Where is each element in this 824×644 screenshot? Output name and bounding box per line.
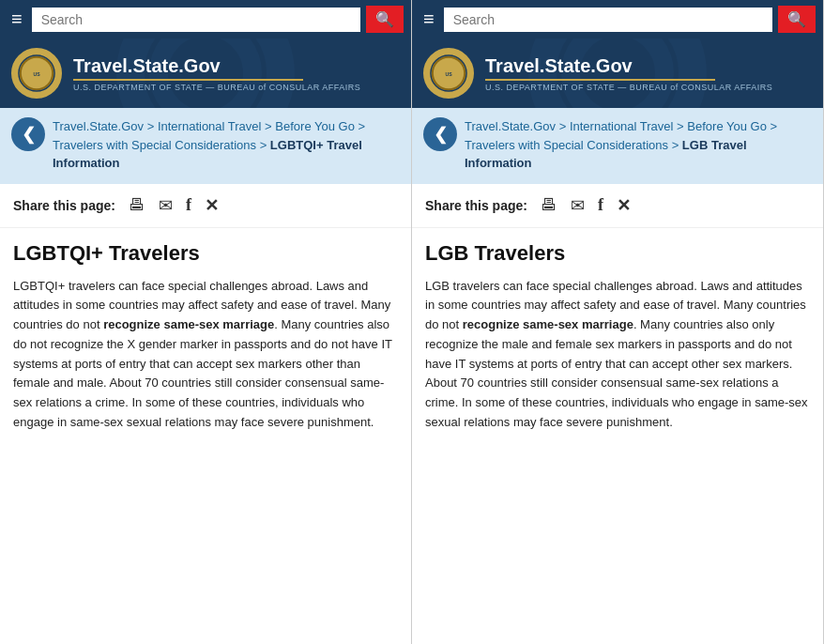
seal-right: US bbox=[423, 48, 474, 99]
search-icon-left: 🔍 bbox=[375, 11, 394, 27]
main-content-right: LGB Travelers LGB travelers can face spe… bbox=[412, 228, 823, 645]
seal-left: US bbox=[11, 48, 62, 99]
panel-left: ≡ 🔍 US Travel.State.Gov U.S. DEPARTMENT … bbox=[0, 0, 412, 644]
share-bar-left: Share this page: 🖶 ✉ f ✕ bbox=[0, 184, 411, 228]
share-label-right: Share this page: bbox=[425, 198, 527, 213]
breadcrumb-link-before-left[interactable]: Before You Go bbox=[275, 119, 355, 133]
body-text-left: LGBTQI+ travelers can face special chall… bbox=[13, 277, 398, 433]
site-subtitle-right: U.S. DEPARTMENT OF STATE — BUREAU of CON… bbox=[485, 83, 772, 92]
breadcrumb-sep-2-right: > bbox=[677, 119, 687, 133]
breadcrumb-link-special-left[interactable]: Travelers with Special Considerations bbox=[53, 138, 256, 152]
site-header-left: US Travel.State.Gov U.S. DEPARTMENT OF S… bbox=[0, 38, 411, 108]
search-bar-right: ≡ 🔍 bbox=[412, 0, 823, 38]
search-input-right[interactable] bbox=[444, 8, 772, 32]
back-button-left[interactable]: ❮ bbox=[11, 117, 45, 151]
page-title-left: LGBTQI+ Travelers bbox=[13, 241, 398, 266]
breadcrumb-section-right: ❮ Travel.State.Gov > International Trave… bbox=[412, 108, 823, 184]
svg-text:US: US bbox=[445, 71, 452, 77]
x-twitter-icon-right[interactable]: ✕ bbox=[617, 195, 631, 216]
breadcrumb-sep-1-left: > bbox=[147, 119, 158, 133]
search-input-left[interactable] bbox=[32, 8, 360, 32]
email-icon-left[interactable]: ✉ bbox=[159, 195, 173, 216]
breadcrumb-link-special-right[interactable]: Travelers with Special Considerations bbox=[465, 138, 668, 152]
hamburger-icon-left[interactable]: ≡ bbox=[8, 7, 26, 32]
back-button-right[interactable]: ❮ bbox=[423, 117, 457, 151]
breadcrumb-sep-4-left: > bbox=[260, 138, 270, 152]
header-text-left: Travel.State.Gov U.S. DEPARTMENT OF STAT… bbox=[73, 55, 360, 92]
svg-text:US: US bbox=[33, 71, 40, 77]
site-name-left: Travel.State.Gov bbox=[73, 55, 360, 77]
header-divider-right bbox=[485, 79, 715, 81]
breadcrumb-sep-1-right: > bbox=[559, 119, 570, 133]
site-name-right: Travel.State.Gov bbox=[485, 55, 772, 77]
body-text-right: LGB travelers can face special challenge… bbox=[425, 277, 810, 433]
breadcrumb-section-left: ❮ Travel.State.Gov > International Trave… bbox=[0, 108, 411, 184]
share-label-left: Share this page: bbox=[13, 198, 115, 213]
breadcrumb-link-before-right[interactable]: Before You Go bbox=[687, 119, 767, 133]
breadcrumb-text-left: Travel.State.Gov > International Travel … bbox=[53, 117, 400, 173]
facebook-icon-right[interactable]: f bbox=[598, 195, 603, 215]
breadcrumb-text-right: Travel.State.Gov > International Travel … bbox=[465, 117, 812, 173]
email-icon-right[interactable]: ✉ bbox=[571, 195, 585, 216]
site-subtitle-left: U.S. DEPARTMENT OF STATE — BUREAU of CON… bbox=[73, 83, 360, 92]
search-bar-left: ≡ 🔍 bbox=[0, 0, 411, 38]
breadcrumb-sep-2-left: > bbox=[265, 119, 275, 133]
header-text-right: Travel.State.Gov U.S. DEPARTMENT OF STAT… bbox=[485, 55, 772, 92]
breadcrumb-link-intl-right[interactable]: International Travel bbox=[570, 119, 674, 133]
page-title-right: LGB Travelers bbox=[425, 241, 810, 266]
x-twitter-icon-left[interactable]: ✕ bbox=[205, 195, 219, 216]
breadcrumb-sep-4-right: > bbox=[672, 138, 682, 152]
facebook-icon-left[interactable]: f bbox=[186, 195, 191, 215]
search-button-right[interactable]: 🔍 bbox=[778, 6, 816, 33]
print-icon-right[interactable]: 🖶 bbox=[541, 195, 557, 215]
hamburger-icon-right[interactable]: ≡ bbox=[420, 7, 438, 32]
breadcrumb-link-home-right[interactable]: Travel.State.Gov bbox=[465, 119, 556, 133]
site-header-right: US Travel.State.Gov U.S. DEPARTMENT OF S… bbox=[412, 38, 823, 108]
print-icon-left[interactable]: 🖶 bbox=[129, 195, 145, 215]
share-bar-right: Share this page: 🖶 ✉ f ✕ bbox=[412, 184, 823, 228]
main-content-left: LGBTQI+ Travelers LGBTQI+ travelers can … bbox=[0, 228, 411, 645]
breadcrumb-sep-3-left: > bbox=[359, 119, 366, 133]
search-icon-right: 🔍 bbox=[787, 11, 806, 27]
breadcrumb-sep-3-right: > bbox=[771, 119, 778, 133]
search-button-left[interactable]: 🔍 bbox=[366, 6, 404, 33]
breadcrumb-link-intl-left[interactable]: International Travel bbox=[158, 119, 262, 133]
panel-right: ≡ 🔍 US Travel.State.Gov U.S. DEPARTMENT … bbox=[412, 0, 824, 644]
header-divider-left bbox=[73, 79, 303, 81]
breadcrumb-link-home-left[interactable]: Travel.State.Gov bbox=[53, 119, 144, 133]
